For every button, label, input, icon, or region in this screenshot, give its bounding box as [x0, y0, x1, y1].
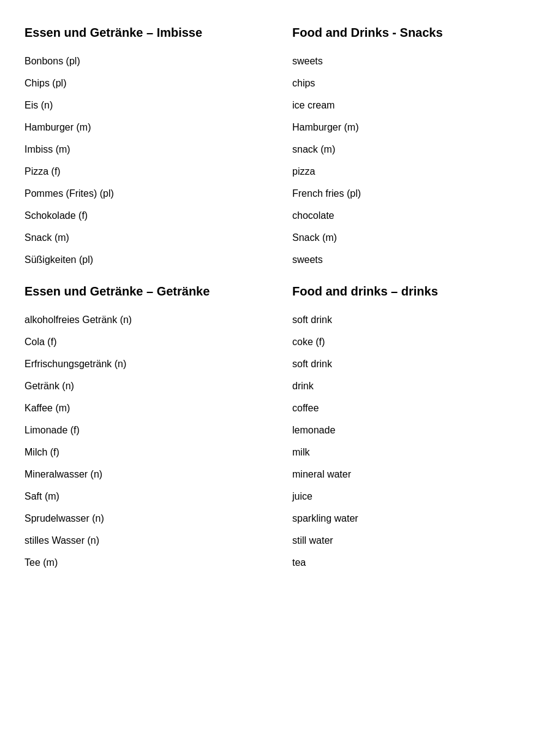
list-item: Snack (m)	[25, 227, 280, 249]
list-item: Hamburger (m)	[25, 116, 280, 139]
list-item: Pommes (Frites) (pl)	[25, 183, 280, 205]
section-snacks-heading-de: Essen und Getränke – Imbisse	[25, 18, 280, 50]
list-item: Saft (m)	[25, 486, 280, 508]
list-item: Chips (pl)	[25, 72, 280, 94]
list-item: Hamburger (m)	[280, 116, 535, 139]
list-item: soft drink	[280, 353, 535, 375]
list-item: Getränk (n)	[25, 375, 280, 397]
list-item: sparkling water	[280, 508, 535, 530]
list-item: chips	[280, 72, 535, 94]
list-item: French fries (pl)	[280, 183, 535, 205]
section-snacks-heading-en: Food and Drinks - Snacks	[280, 18, 535, 50]
list-item: chocolate	[280, 205, 535, 227]
list-item: sweets	[280, 249, 535, 271]
list-item: Süßigkeiten (pl)	[25, 249, 280, 271]
list-item: Tee (m)	[25, 552, 280, 574]
list-item: snack (m)	[280, 139, 535, 161]
list-item: coffee	[280, 397, 535, 419]
section-drinks-heading-en: Food and drinks – drinks	[280, 271, 535, 309]
list-item: ice cream	[280, 94, 535, 116]
list-item: sweets	[280, 50, 535, 72]
list-item: Bonbons (pl)	[25, 50, 280, 72]
list-item: pizza	[280, 161, 535, 183]
list-item: drink	[280, 375, 535, 397]
list-item: juice	[280, 486, 535, 508]
list-item: Imbiss (m)	[25, 139, 280, 161]
list-item: Limonade (f)	[25, 419, 280, 441]
list-item: tea	[280, 552, 535, 574]
list-item: Erfrischungsgetränk (n)	[25, 353, 280, 375]
list-item: mineral water	[280, 463, 535, 486]
list-item: alkoholfreies Getränk (n)	[25, 309, 280, 331]
list-item: Kaffee (m)	[25, 397, 280, 419]
list-item: milk	[280, 441, 535, 463]
list-item: Sprudelwasser (n)	[25, 508, 280, 530]
list-item: still water	[280, 530, 535, 552]
list-item: lemonade	[280, 419, 535, 441]
list-item: Cola (f)	[25, 331, 280, 353]
list-item: Snack (m)	[280, 227, 535, 249]
list-item: coke (f)	[280, 331, 535, 353]
list-item: Milch (f)	[25, 441, 280, 463]
list-item: Schokolade (f)	[25, 205, 280, 227]
list-item: Pizza (f)	[25, 161, 280, 183]
list-item: Eis (n)	[25, 94, 280, 116]
list-item: soft drink	[280, 309, 535, 331]
list-item: stilles Wasser (n)	[25, 530, 280, 552]
list-item: Mineralwasser (n)	[25, 463, 280, 486]
section-drinks-heading-de: Essen und Getränke – Getränke	[25, 271, 280, 309]
page-container: Essen und Getränke – Imbisse Food and Dr…	[25, 18, 535, 574]
